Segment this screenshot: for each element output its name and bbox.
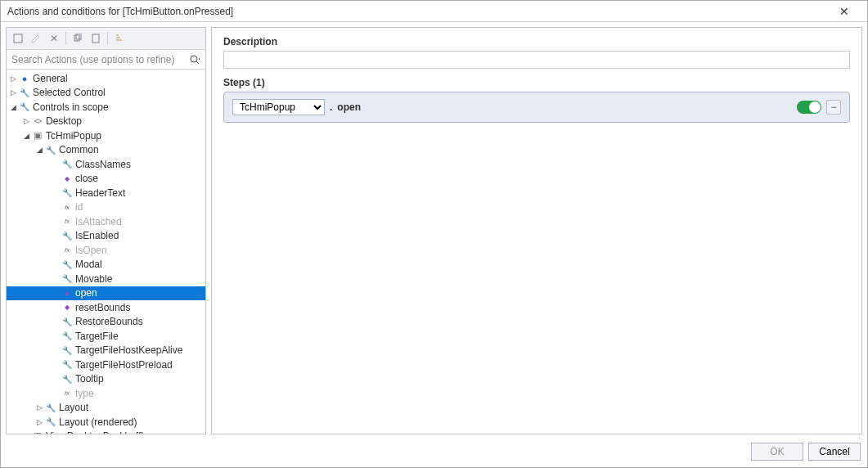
tree-node-tchmipopup[interactable]: ◢TcHmiPopup [7, 128, 205, 143]
tree-node-resetbounds[interactable]: resetBounds [7, 300, 205, 315]
tree-node-type[interactable]: type [7, 386, 205, 401]
svg-rect-2 [76, 34, 81, 39]
tree-node-restorebounds[interactable]: RestoreBounds [7, 315, 205, 330]
wrench-icon [61, 346, 74, 355]
new-icon[interactable] [10, 30, 26, 47]
box-icon [31, 130, 44, 141]
step-collapse-button[interactable]: − [826, 100, 841, 115]
titlebar: Actions and conditions for [TcHmiButton.… [1, 1, 867, 22]
code-icon [31, 117, 44, 125]
tree-node-targetfilehostkeepalive[interactable]: TargetFileHostKeepAlive [7, 344, 205, 358]
wrench-icon [18, 102, 31, 111]
tree-node-modal[interactable]: Modal [7, 258, 205, 272]
copy-icon[interactable] [70, 30, 86, 47]
paste-icon[interactable] [88, 30, 104, 47]
left-panel: ✕ ▷General ▷Selected Control ◢Controls i… [6, 27, 206, 434]
tree-node-desktop[interactable]: ▷Desktop [7, 115, 205, 129]
description-input[interactable] [223, 51, 850, 69]
svg-rect-3 [92, 34, 99, 43]
toolbar-separator-2 [107, 32, 108, 45]
wrench-icon [61, 317, 74, 326]
tree-node-id[interactable]: id [7, 200, 205, 215]
right-panel: Description Steps (1) TcHmiPopup . open … [211, 27, 862, 434]
delete-icon[interactable]: ✕ [46, 30, 62, 47]
wrench-icon [44, 417, 57, 426]
tree-node-layout-rendered[interactable]: ▷Layout (rendered) [7, 415, 205, 430]
left-toolbar: ✕ [7, 28, 205, 50]
content: ✕ ▷General ▷Selected Control ◢Controls i… [1, 22, 867, 439]
tree-node-common[interactable]: ◢Common [7, 143, 205, 158]
property-icon [61, 204, 74, 211]
tree-node-movable[interactable]: Movable [7, 272, 205, 286]
wrench-icon [18, 88, 31, 97]
tree-node-isenabled[interactable]: IsEnabled [7, 229, 205, 244]
step-row: TcHmiPopup . open − [223, 92, 850, 123]
wrench-icon [61, 331, 74, 340]
tree-node-close[interactable]: close [7, 172, 205, 187]
tree-node-targetfilehostpreload[interactable]: TargetFileHostPreload [7, 358, 205, 372]
search-options-icon[interactable] [184, 54, 205, 65]
ok-button[interactable]: OK [751, 443, 803, 461]
tree-node-layout[interactable]: ▷Layout [7, 401, 205, 416]
tree-node-selected-control[interactable]: ▷Selected Control [7, 86, 205, 101]
step-dot: . [330, 101, 332, 113]
search-input[interactable] [7, 54, 184, 65]
tree-node-viewdesktoplogo[interactable]: ▷ViewDesktopBeckhoffLogo [7, 430, 205, 434]
svg-point-4 [191, 56, 197, 62]
svg-rect-1 [74, 35, 79, 41]
step-method: open [337, 101, 361, 113]
wrench-icon [61, 375, 74, 384]
tree-wrap: ▷General ▷Selected Control ◢Controls in … [7, 70, 205, 434]
tree-node-controls-in-scope[interactable]: ◢Controls in scope [7, 100, 205, 115]
wrench-icon [61, 260, 74, 269]
step-enabled-toggle[interactable] [797, 101, 821, 114]
globe-icon [18, 74, 31, 83]
wrench-icon [61, 188, 74, 197]
action-tree[interactable]: ▷General ▷Selected Control ◢Controls in … [7, 70, 205, 434]
method-icon [61, 304, 74, 311]
close-window-button[interactable]: ✕ [828, 5, 861, 18]
tree-node-headertext[interactable]: HeaderText [7, 186, 205, 200]
step-target-select[interactable]: TcHmiPopup [232, 99, 325, 115]
wrench-icon [61, 360, 74, 369]
tree-node-isopen[interactable]: IsOpen [7, 243, 205, 258]
cancel-button[interactable]: Cancel [808, 443, 861, 461]
tree-node-general[interactable]: ▷General [7, 71, 205, 86]
method-icon [61, 290, 74, 297]
wrench-icon [61, 232, 74, 241]
wrench-icon [44, 146, 57, 155]
property-icon [61, 389, 74, 397]
window-title: Actions and conditions for [TcHmiButton.… [7, 6, 828, 17]
svg-line-5 [196, 61, 199, 64]
tree-node-open[interactable]: open [7, 286, 205, 301]
description-label: Description [223, 36, 850, 47]
steps-label: Steps (1) [223, 77, 850, 88]
property-icon [61, 246, 74, 254]
wrench-icon [61, 274, 74, 283]
filter-icon[interactable] [111, 30, 128, 47]
tree-node-targetfile[interactable]: TargetFile [7, 329, 205, 344]
image-icon [31, 432, 44, 434]
edit-icon[interactable] [28, 30, 44, 47]
wrench-icon [61, 160, 74, 169]
tree-node-classnames[interactable]: ClassNames [7, 157, 205, 172]
toolbar-separator [65, 32, 66, 45]
search-row [7, 50, 205, 70]
tree-node-tooltip[interactable]: Tooltip [7, 372, 205, 387]
footer: OK Cancel [1, 439, 867, 467]
property-icon [61, 218, 74, 225]
tree-node-isattached[interactable]: IsAttached [7, 214, 205, 229]
wrench-icon [44, 403, 57, 412]
method-icon [61, 175, 74, 182]
svg-rect-0 [14, 34, 22, 43]
